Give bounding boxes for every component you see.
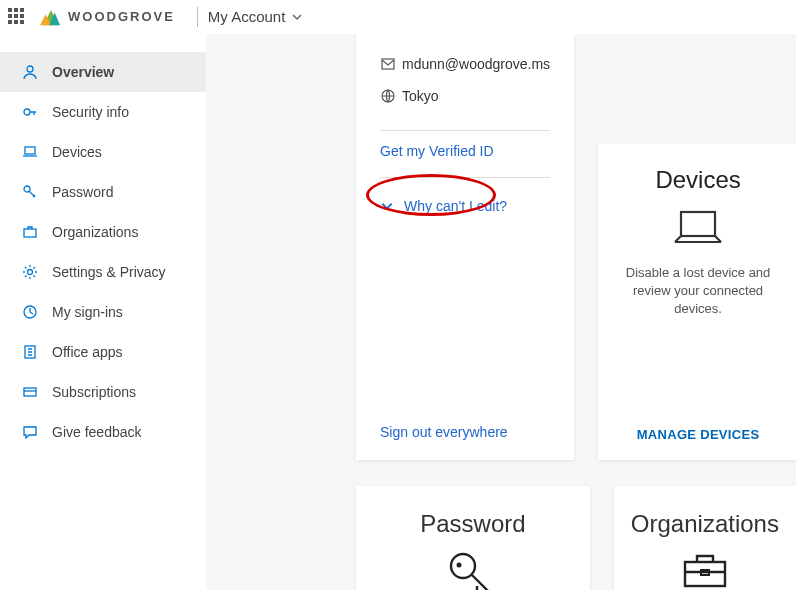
svg-rect-7 — [24, 229, 36, 237]
laptop-icon — [20, 144, 40, 160]
sidebar-item-label: Settings & Privacy — [52, 264, 166, 280]
sidebar-item-feedback[interactable]: Give feedback — [0, 412, 206, 452]
svg-rect-14 — [681, 212, 715, 236]
woodgrove-logo-icon — [40, 7, 62, 27]
sidebar-item-signins[interactable]: My sign-ins — [0, 292, 206, 332]
sidebar-item-label: Devices — [52, 144, 102, 160]
svg-rect-11 — [24, 388, 36, 396]
sidebar-item-organizations[interactable]: Organizations — [0, 212, 206, 252]
organizations-title: Organizations — [626, 510, 784, 538]
header-title-dropdown[interactable]: My Account — [208, 8, 304, 25]
mail-icon — [380, 56, 402, 72]
header-divider — [197, 7, 198, 27]
sidebar-item-overview[interactable]: Overview — [0, 52, 206, 92]
sidebar-item-label: Organizations — [52, 224, 138, 240]
sidebar-item-label: Password — [52, 184, 113, 200]
brand[interactable]: WOODGROVE — [40, 7, 175, 27]
devices-desc: Disable a lost device and review your co… — [612, 264, 784, 319]
profile-location-line: Tokyo — [380, 88, 550, 104]
card-icon — [20, 384, 40, 400]
sidebar-item-security[interactable]: Security info — [0, 92, 206, 132]
svg-point-16 — [456, 563, 461, 568]
why-cant-i-edit[interactable]: Why can't I edit? — [380, 198, 550, 214]
sidebar-item-subscriptions[interactable]: Subscriptions — [0, 372, 206, 412]
person-icon — [20, 64, 40, 80]
svg-rect-5 — [25, 147, 35, 154]
sidebar-item-password[interactable]: Password — [0, 172, 206, 212]
briefcase-icon — [20, 224, 40, 240]
main-area: mdunn@woodgrove.ms Tokyo Get my Verified… — [206, 34, 796, 590]
sidebar-item-label: Subscriptions — [52, 384, 136, 400]
gear-icon — [20, 264, 40, 280]
organizations-card: Organizations See all the organizations … — [614, 486, 796, 590]
sidebar-item-devices[interactable]: Devices — [0, 132, 206, 172]
profile-location: Tokyo — [402, 88, 439, 104]
devices-card: Devices Disable a lost device and review… — [598, 144, 796, 460]
svg-point-8 — [28, 270, 33, 275]
manage-devices-link[interactable]: MANAGE DEVICES — [637, 427, 760, 442]
office-icon — [20, 344, 40, 360]
chat-icon — [20, 424, 40, 440]
sidebar-item-label: My sign-ins — [52, 304, 123, 320]
svg-rect-12 — [382, 59, 394, 69]
chevron-down-icon — [380, 199, 394, 213]
svg-point-4 — [24, 109, 30, 115]
sidebar-item-label: Give feedback — [52, 424, 142, 440]
sidebar: Overview Security info Devices Password … — [0, 34, 206, 590]
sidebar-item-label: Security info — [52, 104, 129, 120]
get-verified-id-link[interactable]: Get my Verified ID — [380, 143, 550, 159]
top-bar: WOODGROVE My Account — [0, 0, 796, 34]
sidebar-item-office[interactable]: Office apps — [0, 332, 206, 372]
password-title: Password — [374, 510, 572, 538]
header-title-label: My Account — [208, 8, 286, 25]
svg-point-3 — [27, 66, 33, 72]
laptop-large-icon — [671, 208, 725, 248]
briefcase-large-icon — [679, 548, 731, 590]
profile-card: mdunn@woodgrove.ms Tokyo Get my Verified… — [356, 34, 574, 460]
devices-title: Devices — [655, 166, 740, 194]
globe-icon — [380, 88, 402, 104]
divider — [380, 177, 550, 178]
profile-email-line: mdunn@woodgrove.ms — [380, 56, 550, 72]
key-large-icon — [445, 548, 501, 590]
divider — [380, 130, 550, 131]
key-icon — [20, 104, 40, 120]
key-angled-icon — [20, 184, 40, 200]
sidebar-item-label: Overview — [52, 64, 114, 80]
clock-icon — [20, 304, 40, 320]
brand-text: WOODGROVE — [68, 9, 175, 24]
why-cant-i-edit-label: Why can't I edit? — [404, 198, 507, 214]
profile-email: mdunn@woodgrove.ms — [402, 56, 550, 72]
sidebar-item-label: Office apps — [52, 344, 123, 360]
password-card: Password Make your password stronger, or… — [356, 486, 590, 590]
chevron-down-icon — [291, 11, 303, 23]
app-launcher-icon[interactable] — [8, 8, 26, 26]
sign-out-everywhere-link[interactable]: Sign out everywhere — [380, 424, 550, 440]
sidebar-item-settings[interactable]: Settings & Privacy — [0, 252, 206, 292]
